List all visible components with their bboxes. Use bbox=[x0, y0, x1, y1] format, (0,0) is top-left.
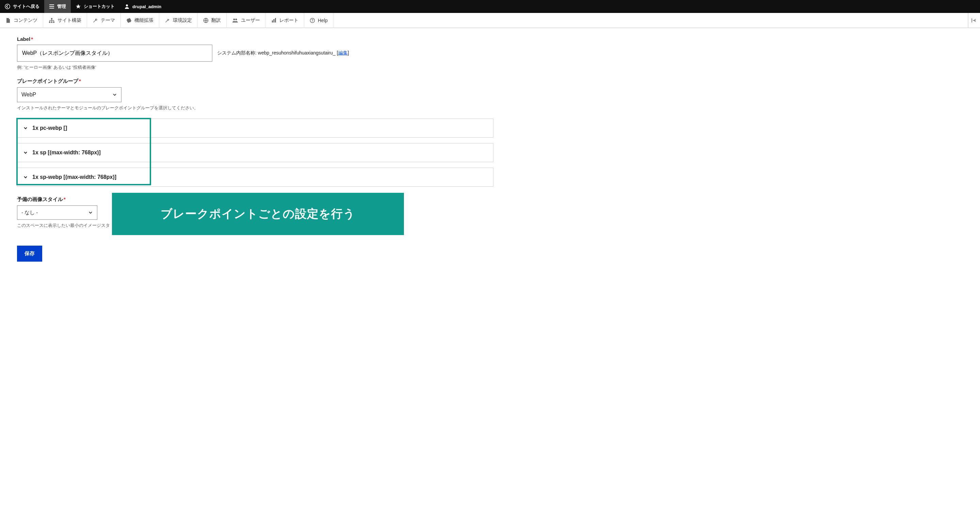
fallback-select[interactable]: - なし - bbox=[17, 205, 97, 220]
chevron-down-icon bbox=[88, 210, 93, 215]
menu-appearance[interactable]: テーマ bbox=[87, 13, 121, 28]
chevron-down-icon bbox=[23, 125, 28, 131]
svg-point-8 bbox=[235, 19, 237, 21]
globe-icon bbox=[203, 18, 208, 23]
adminbar-spacer bbox=[334, 13, 968, 27]
star-icon bbox=[76, 4, 81, 9]
topbar: サイトへ戻る 管理 ショートカット drupal_admin bbox=[0, 0, 980, 13]
breakpoint-detail-1[interactable]: 1x sp [(max-width: 768px)] bbox=[17, 143, 493, 162]
menu-structure-label: サイト構築 bbox=[57, 18, 81, 24]
main-content: Label* システム内部名称: webp_resuhonshifuhuaxia… bbox=[0, 28, 511, 275]
required-mark: * bbox=[31, 36, 33, 42]
breakpoints-list: 1x pc-webp [] 1x sp [(max-width: 768px)]… bbox=[17, 118, 493, 187]
collapse-icon bbox=[971, 18, 977, 23]
svg-point-7 bbox=[234, 19, 235, 21]
user-link[interactable]: drupal_admin bbox=[119, 0, 166, 13]
required-mark: * bbox=[79, 78, 81, 84]
shortcuts-link[interactable]: ショートカット bbox=[71, 0, 119, 13]
svg-text:?: ? bbox=[311, 19, 313, 22]
back-to-site-link[interactable]: サイトへ戻る bbox=[0, 0, 44, 13]
hamburger-icon bbox=[49, 4, 54, 9]
menu-extend[interactable]: 機能拡張 bbox=[121, 13, 159, 28]
menu-translate[interactable]: 翻訳 bbox=[198, 13, 227, 28]
svg-rect-9 bbox=[272, 21, 273, 22]
breakpoint-detail-label: 1x sp [(max-width: 768px)] bbox=[32, 150, 101, 156]
fallback-label-text: 予備の画像スタイル bbox=[17, 196, 63, 202]
menu-configuration[interactable]: 環境設定 bbox=[159, 13, 198, 28]
breakpoint-group-form-item: ブレークポイントグループ* WebP インストールされたテーマとモジュールのブレ… bbox=[17, 78, 493, 111]
people-icon bbox=[232, 18, 238, 23]
username-label: drupal_admin bbox=[132, 4, 161, 9]
breakpoint-detail-2[interactable]: 1x sp-webp [(max-width: 768px)] bbox=[17, 168, 493, 187]
svg-rect-14 bbox=[972, 18, 972, 22]
breakpoint-detail-label: 1x sp-webp [(max-width: 768px)] bbox=[32, 174, 116, 180]
machine-name-prefix-text: システム内部名称: bbox=[217, 50, 258, 56]
save-button[interactable]: 保存 bbox=[17, 246, 42, 262]
breakpoint-detail-label: 1x pc-webp [] bbox=[32, 125, 67, 131]
back-arrow-icon bbox=[5, 4, 10, 9]
shortcuts-label: ショートカット bbox=[84, 3, 115, 10]
svg-point-2 bbox=[51, 18, 53, 20]
menu-content[interactable]: コンテンツ bbox=[0, 13, 43, 28]
menu-translate-label: 翻訳 bbox=[211, 18, 221, 24]
breakpoint-group-selected: WebP bbox=[21, 92, 36, 98]
breakpoint-group-label: ブレークポイントグループ* bbox=[17, 78, 493, 85]
svg-rect-11 bbox=[275, 18, 276, 22]
menu-extend-label: 機能拡張 bbox=[134, 18, 153, 24]
label-input[interactable] bbox=[17, 45, 212, 62]
chevron-down-icon bbox=[112, 92, 117, 97]
annotation-callout: ブレークポイントごとの設定を行う bbox=[112, 193, 404, 235]
machine-name-suffix: システム内部名称: webp_resuhonshifuhuaxiangsutai… bbox=[217, 50, 349, 56]
help-icon: ? bbox=[310, 18, 315, 23]
manage-label: 管理 bbox=[57, 3, 66, 10]
menu-appearance-label: テーマ bbox=[101, 18, 115, 24]
menu-help-label: Help bbox=[318, 18, 328, 23]
wrench-icon bbox=[92, 18, 98, 23]
breakpoint-group-select[interactable]: WebP bbox=[17, 87, 121, 102]
menu-people[interactable]: ユーザー bbox=[227, 13, 266, 28]
menu-reports-label: レポート bbox=[279, 18, 298, 24]
label-label: Label* bbox=[17, 36, 493, 42]
svg-rect-10 bbox=[274, 19, 275, 22]
breakpoint-group-label-text: ブレークポイントグループ bbox=[17, 78, 78, 84]
svg-point-1 bbox=[126, 5, 128, 6]
svg-point-3 bbox=[49, 21, 51, 23]
annotation-callout-text: ブレークポイントごとの設定を行う bbox=[161, 206, 355, 222]
back-to-site-label: サイトへ戻る bbox=[13, 3, 40, 10]
menu-configuration-label: 環境設定 bbox=[173, 18, 192, 24]
toolbar-orientation-toggle[interactable] bbox=[968, 13, 980, 27]
machine-name-edit-link[interactable]: 編集 bbox=[338, 50, 348, 56]
machine-name-brackets: [編集] bbox=[337, 50, 349, 56]
tool-icon bbox=[165, 18, 170, 23]
barchart-icon bbox=[271, 18, 277, 23]
required-mark: * bbox=[64, 196, 66, 202]
menu-reports[interactable]: レポート bbox=[266, 13, 304, 28]
svg-point-5 bbox=[53, 21, 55, 23]
menu-people-label: ユーザー bbox=[241, 18, 260, 24]
label-description: 例: 'ヒーロー画像' あるいは '投稿者画像' bbox=[17, 64, 493, 70]
manage-toggle[interactable]: 管理 bbox=[44, 0, 71, 13]
chevron-down-icon bbox=[23, 174, 28, 180]
chevron-down-icon bbox=[23, 150, 28, 155]
machine-name-value: webp_resuhonshifuhuaxiangsutairu_ bbox=[258, 50, 336, 56]
file-icon bbox=[5, 18, 11, 23]
label-form-item: Label* システム内部名称: webp_resuhonshifuhuaxia… bbox=[17, 36, 493, 70]
fallback-selected: - なし - bbox=[21, 209, 38, 216]
svg-point-4 bbox=[51, 21, 53, 23]
menu-content-label: コンテンツ bbox=[14, 18, 37, 24]
svg-point-0 bbox=[5, 4, 10, 9]
menu-structure[interactable]: サイト構築 bbox=[43, 13, 87, 28]
admin-menu: コンテンツ サイト構築 テーマ 機能拡張 環境設定 翻訳 ユーザー bbox=[0, 13, 980, 28]
label-label-text: Label bbox=[17, 36, 30, 42]
breakpoint-detail-0[interactable]: 1x pc-webp [] bbox=[17, 118, 493, 137]
menu-help[interactable]: ? Help bbox=[304, 13, 334, 28]
puzzle-icon bbox=[126, 18, 132, 23]
breakpoint-group-description: インストールされたテーマとモジュールのブレークポイントグループを選択してください… bbox=[17, 105, 493, 111]
label-row: システム内部名称: webp_resuhonshifuhuaxiangsutai… bbox=[17, 45, 493, 62]
hierarchy-icon bbox=[49, 18, 55, 23]
user-icon bbox=[124, 4, 130, 9]
